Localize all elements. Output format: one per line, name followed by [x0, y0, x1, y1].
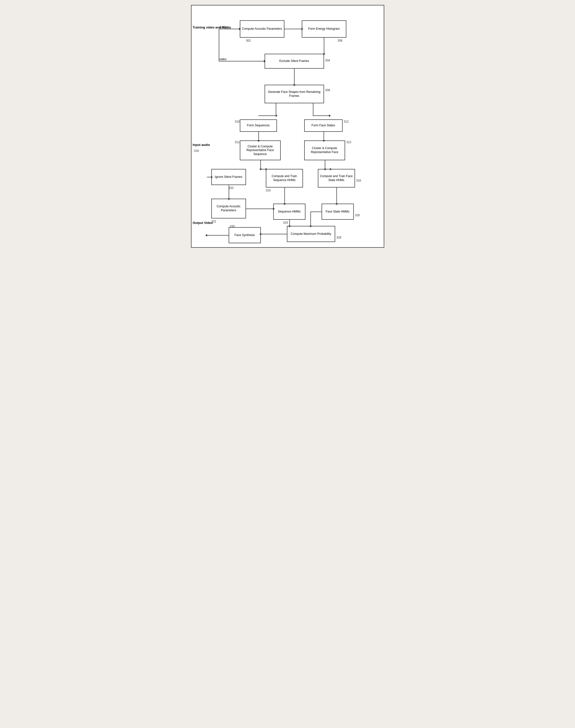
arrow-gen-to-states-v	[313, 103, 313, 116]
compute-train-seq-ref: 314	[266, 189, 271, 192]
sequence-hmms-box: Sequence HMMs	[273, 204, 305, 220]
sequence-hmms-ref: 324	[283, 221, 288, 224]
form-sequences-ref: 310	[235, 120, 240, 124]
face-synthesis-box: Face Synthesis	[229, 227, 261, 243]
arrow-synthesis-to-output	[207, 235, 229, 236]
audio-label: audio	[219, 25, 227, 29]
arrow-to-train-seq-h	[260, 169, 266, 169]
arrow-seq-hmms-to-max	[290, 220, 290, 226]
form-face-states-box: Form Face States	[304, 119, 343, 132]
arrow-train-seq-to-hmms	[284, 187, 285, 204]
cluster-face-ref: 313	[346, 140, 351, 144]
output-video-label: Output Video	[193, 221, 213, 225]
exclude-silent-ref: 304	[325, 59, 330, 62]
arrow-face-hmms-v	[310, 212, 311, 226]
face-state-hmms-box: Face State HMMs	[322, 204, 354, 220]
arrow-states-to-cluster-face	[324, 132, 324, 140]
compute-acoustic-ref: 302	[246, 39, 251, 42]
ignore-silent-ref: 320	[229, 186, 234, 190]
compute-acoustic-box: Compute Acoustic Parameters	[240, 20, 284, 38]
arrow-max-to-synthesis	[261, 234, 287, 234]
page-container: Training video and Audio Input audio 318…	[191, 5, 384, 248]
exclude-silent-box: Exclude Silent Frames	[265, 54, 324, 69]
compute-max-ref: 328	[336, 236, 341, 239]
arrow-seq-to-cluster	[259, 132, 259, 140]
arrow-training-vertical	[219, 29, 219, 61]
compute-max-box: Compute Maximum Probability	[287, 226, 335, 242]
compute-train-face-ref: 316	[356, 179, 361, 182]
arrow-exclude-to-generate	[294, 69, 295, 85]
form-energy-box: Form Energy Histogram	[302, 20, 346, 38]
face-state-hmms-ref: 326	[355, 213, 360, 217]
form-sequences-box: Form Sequences	[240, 119, 277, 132]
input-audio-ref: 318	[194, 149, 199, 152]
compute-train-face-box: Compute and Train Face State HHMs	[318, 169, 355, 187]
arrow-training-to-acoustic	[219, 29, 239, 29]
arrow-gen-to-states-h	[313, 115, 329, 116]
arrow-video-to-exclude	[219, 61, 264, 62]
arrow-gen-to-seq-v	[276, 103, 276, 116]
arrow-input-to-ignore	[207, 177, 211, 177]
arrow-gen-to-seq-h	[259, 115, 276, 116]
ignore-silent-box: Ignore Silent Frames	[211, 169, 246, 185]
arrow-face-hmms-h	[310, 212, 322, 212]
form-energy-ref: 306	[338, 39, 343, 42]
cluster-sequence-ref: 311	[235, 140, 240, 144]
form-face-states-ref: 312	[344, 120, 349, 124]
generate-face-box: Generate Face Shapes from Remaining Fram…	[265, 85, 324, 103]
cluster-face-box: Cluster & Compute Representative Face	[304, 140, 345, 160]
arrow-train-face-to-hmms	[336, 187, 337, 204]
input-audio-label: Input audio	[193, 143, 210, 147]
compute-train-seq-box: Compute and Train Sequence HHMs	[266, 169, 303, 187]
video-label: video	[219, 58, 227, 61]
compute-acoustic2-box: Compute Acoustic Parameters	[211, 199, 246, 218]
arrow-cluster-to-train-seq	[260, 160, 261, 169]
arrow-acoustic2-to-seq-hmms	[246, 209, 273, 209]
generate-face-ref: 308	[325, 89, 330, 92]
compute-acoustic2-ref: 322	[211, 220, 216, 223]
cluster-sequence-box: Cluster & Compute Representative Face Se…	[240, 140, 281, 160]
arrow-energy-to-exclude	[324, 38, 324, 54]
arrow-cluster-face-to-train-face	[325, 160, 325, 169]
arrow-acoustic-to-energy	[284, 29, 302, 29]
face-synthesis-ref: 330	[230, 225, 235, 228]
arrow-ignore-to-acoustic2	[229, 185, 229, 199]
arrow-to-train-face-h	[325, 169, 330, 169]
